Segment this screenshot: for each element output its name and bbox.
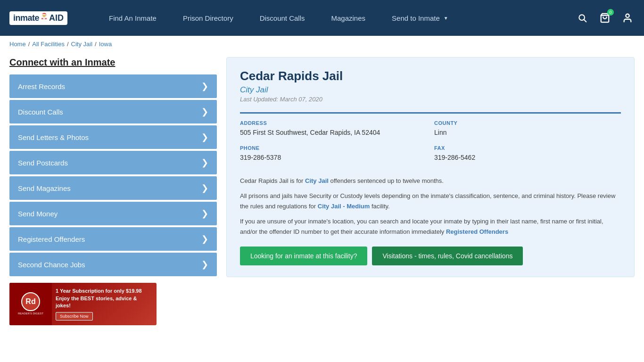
county-label: COUNTY [434, 120, 621, 126]
facility-updated: Last Updated: March 07, 2020 [240, 96, 621, 103]
action-buttons: Looking for an inmate at this facility? … [240, 247, 621, 265]
breadcrumb: Home / All Facilities / City Jail / Iowa [9, 41, 635, 48]
sidebar-item-send-money[interactable]: Send Money ❯ [9, 202, 217, 225]
phone-value: 319-286-5378 [240, 153, 427, 163]
navbar-icons: 0 [575, 11, 635, 25]
arrow-icon: ❯ [201, 234, 208, 244]
nav-find-inmate[interactable]: Find An Inmate [96, 0, 170, 36]
arrow-icon: ❯ [201, 81, 208, 91]
ad-subscribe-button[interactable]: Subscribe Now [56, 312, 93, 321]
ad-banner[interactable]: Rd READER'S DIGEST 1 Year Subscription f… [9, 283, 157, 325]
sidebar-item-second-chance-jobs[interactable]: Second Chance Jobs ❯ [9, 253, 217, 276]
fax-label: FAX [434, 145, 621, 151]
svg-line-1 [584, 20, 586, 22]
connect-title: Connect with an Inmate [9, 57, 217, 68]
content-area: Cedar Rapids Jail City Jail Last Updated… [226, 57, 635, 325]
fax-value: 319-286-5462 [434, 153, 621, 163]
ad-left-panel: Rd READER'S DIGEST [9, 283, 52, 325]
arrow-icon: ❯ [201, 107, 208, 117]
county-value: Linn [434, 128, 621, 138]
sidebar-item-send-magazines[interactable]: Send Magazines ❯ [9, 176, 217, 200]
sidebar-item-send-postcards[interactable]: Send Postcards ❯ [9, 151, 217, 174]
logo-hat-icon: 🎅 [41, 13, 48, 19]
navbar: inmate 🎅 AID Find An Inmate Prison Direc… [0, 0, 644, 36]
looking-for-inmate-button[interactable]: Looking for an inmate at this facility? [240, 247, 367, 265]
facility-type: City Jail [240, 85, 621, 95]
breadcrumb-city-jail[interactable]: City Jail [71, 41, 93, 48]
user-button[interactable] [620, 11, 635, 25]
svg-point-3 [626, 14, 629, 17]
visitations-button[interactable]: Visitations - times, rules, Covid cancel… [372, 247, 523, 265]
registered-offenders-link[interactable]: Registered Offenders [446, 228, 508, 235]
ad-main-text: 1 Year Subscription for only $19.98 Enjo… [56, 288, 153, 309]
logo[interactable]: inmate 🎅 AID [9, 11, 67, 25]
county-block: COUNTY Linn [434, 120, 621, 138]
ad-brand: READER'S DIGEST [18, 312, 43, 316]
breadcrumb-bar: Home / All Facilities / City Jail / Iowa [0, 36, 644, 52]
info-grid: ADDRESS 505 First St Southwest, Cedar Ra… [240, 120, 621, 163]
logo-inmate-text: inmate [13, 13, 39, 23]
cart-button[interactable]: 0 [598, 11, 612, 25]
phone-label: PHONE [240, 145, 427, 151]
nav-send-to-inmate[interactable]: Send to Inmate ▼ [379, 0, 462, 36]
main-layout: Connect with an Inmate Arrest Records ❯ … [0, 52, 644, 330]
sidebar-menu: Arrest Records ❯ Discount Calls ❯ Send L… [9, 74, 217, 276]
arrow-icon: ❯ [201, 132, 208, 142]
facility-card: Cedar Rapids Jail City Jail Last Updated… [226, 57, 635, 277]
address-value: 505 First St Southwest, Cedar Rapids, IA… [240, 128, 427, 138]
sidebar-item-discount-calls[interactable]: Discount Calls ❯ [9, 100, 217, 123]
nav-discount-calls[interactable]: Discount Calls [247, 0, 318, 36]
facility-desc-2: All prisons and jails have Security or C… [240, 191, 621, 212]
arrow-icon: ❯ [201, 259, 208, 270]
nav-magazines[interactable]: Magazines [318, 0, 379, 36]
sidebar-item-arrest-records[interactable]: Arrest Records ❯ [9, 74, 217, 98]
arrow-icon: ❯ [201, 208, 208, 219]
sidebar-item-send-letters[interactable]: Send Letters & Photos ❯ [9, 125, 217, 149]
sidebar-item-registered-offenders[interactable]: Registered Offenders ❯ [9, 227, 217, 251]
arrow-icon: ❯ [201, 157, 208, 168]
search-button[interactable] [575, 11, 589, 25]
facility-desc-1: Cedar Rapids Jail is for City Jail offen… [240, 176, 621, 186]
facility-name: Cedar Rapids Jail [240, 69, 621, 83]
arrow-icon: ❯ [201, 183, 208, 193]
fax-block: FAX 319-286-5462 [434, 145, 621, 163]
sidebar: Connect with an Inmate Arrest Records ❯ … [9, 57, 217, 325]
address-block: ADDRESS 505 First St Southwest, Cedar Ra… [240, 120, 427, 138]
logo-aid-text: AID [49, 13, 64, 23]
city-jail-link-1[interactable]: City Jail [305, 177, 329, 184]
phone-block: PHONE 319-286-5378 [240, 145, 427, 163]
city-jail-medium-link[interactable]: City Jail - Medium [318, 203, 370, 210]
chevron-down-icon: ▼ [444, 16, 448, 21]
facility-info: ADDRESS 505 First St Southwest, Cedar Ra… [240, 112, 621, 163]
cart-badge: 0 [607, 9, 614, 16]
navbar-links: Find An Inmate Prison Directory Discount… [96, 0, 575, 36]
nav-prison-directory[interactable]: Prison Directory [170, 0, 247, 36]
breadcrumb-state[interactable]: Iowa [99, 41, 112, 48]
breadcrumb-home[interactable]: Home [9, 41, 26, 48]
breadcrumb-all-facilities[interactable]: All Facilities [32, 41, 65, 48]
facility-desc-3: If you are unsure of your inmate's locat… [240, 216, 621, 237]
address-label: ADDRESS [240, 120, 427, 126]
ad-rd-badge: Rd [21, 292, 40, 311]
ad-content: 1 Year Subscription for only $19.98 Enjo… [52, 284, 157, 324]
